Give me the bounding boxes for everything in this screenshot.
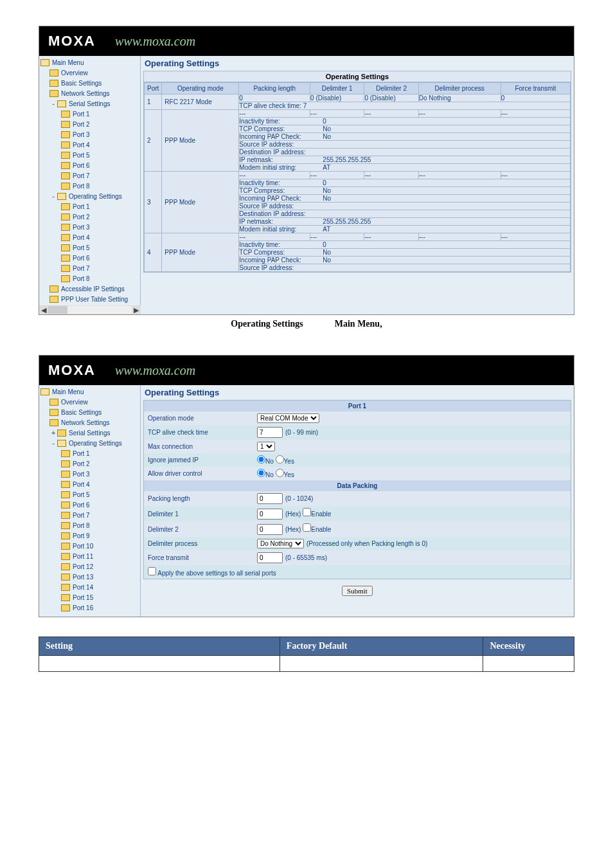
folder-icon	[61, 203, 70, 210]
table-row[interactable]: 3PPP Mode---------------	[145, 172, 571, 179]
apply-all-checkbox[interactable]	[148, 567, 156, 575]
tcp-alive-input[interactable]	[257, 427, 283, 438]
table-row[interactable]: 1RFC 2217 Mode00 (Disable)0 (Disable)Do …	[145, 95, 571, 102]
tree-toggle-icon[interactable]: -	[49, 439, 57, 448]
folder-icon	[61, 213, 70, 221]
nav-item[interactable]: Port 1	[39, 201, 140, 212]
max-conn-select[interactable]: 1	[257, 442, 275, 451]
nav-item[interactable]: Port 2	[39, 458, 140, 469]
packing-length-input[interactable]	[257, 493, 283, 504]
allow-driver-yes-radio[interactable]	[276, 469, 284, 477]
nav-item[interactable]: Port 13	[39, 572, 140, 582]
nav-item[interactable]: Port 8	[39, 273, 140, 284]
tree-toggle-icon[interactable]: -	[49, 192, 57, 201]
delimiter2-label: Delimiter 2	[144, 521, 253, 537]
nav-item[interactable]: Port 3	[39, 469, 140, 479]
nav-item[interactable]: Port 16	[39, 602, 140, 613]
tree-toggle-icon[interactable]: -	[49, 100, 57, 108]
allow-driver-no-radio[interactable]	[257, 469, 265, 477]
operation-mode-select[interactable]: Real COM Mode	[257, 413, 319, 423]
nav-item[interactable]: Port 15	[39, 592, 140, 602]
force-transmit-label: Force transmit	[144, 550, 253, 565]
scroll-left-icon[interactable]: ◀	[39, 306, 48, 314]
nav-item[interactable]: Port 6	[39, 160, 140, 170]
nav-tree: Main MenuOverviewBasic SettingsNetwork S…	[39, 56, 141, 305]
table-row[interactable]: 4PPP Mode---------------	[145, 233, 571, 241]
page-title: Operating Settings	[143, 57, 571, 71]
nav-item[interactable]: Port 4	[39, 140, 140, 150]
nav-item[interactable]: Port 1	[39, 109, 140, 119]
nav-item[interactable]: Port 8	[39, 181, 140, 191]
table-row[interactable]: 2PPP Mode---------------	[145, 110, 571, 118]
nav-item[interactable]: Port 4	[39, 479, 140, 489]
nav-item[interactable]: Port 5	[39, 150, 140, 160]
nav-item[interactable]: Port 4	[39, 232, 140, 242]
nav-item[interactable]: Network Settings	[39, 417, 140, 428]
delimiter2-enable-checkbox[interactable]	[303, 523, 311, 532]
nav-item[interactable]: Main Menu	[39, 57, 140, 68]
nav-item[interactable]: Accessible IP Settings	[39, 284, 140, 294]
logo: MOXA	[48, 33, 96, 50]
nav-item[interactable]: Port 5	[39, 489, 140, 500]
folder-icon	[61, 255, 70, 262]
folder-icon	[61, 481, 70, 488]
folder-icon	[61, 234, 70, 241]
nav-item[interactable]: Port 14	[39, 582, 140, 592]
nav-item[interactable]: Main Menu	[39, 386, 140, 397]
delimiter1-enable-checkbox[interactable]	[303, 508, 311, 516]
nav-item[interactable]: Port 3	[39, 129, 140, 140]
nav-item[interactable]: Port 8	[39, 520, 140, 530]
nav-item[interactable]: Port 10	[39, 541, 140, 551]
nav-item[interactable]: -Operating Settings	[39, 191, 140, 201]
nav-item[interactable]: Port 7	[39, 510, 140, 520]
max-conn-label: Max connection	[144, 440, 253, 453]
ignore-jammed-no-radio[interactable]	[257, 455, 265, 464]
nav-item[interactable]: -Serial Settings	[39, 98, 140, 109]
nav-item[interactable]: Port 11	[39, 551, 140, 561]
nav-item[interactable]: Port 6	[39, 253, 140, 263]
nav-item[interactable]: Basic Settings	[39, 407, 140, 417]
folder-icon	[61, 471, 70, 478]
nav-item[interactable]: Port 7	[39, 170, 140, 181]
nav-item[interactable]: Port 2	[39, 212, 140, 222]
folder-icon	[61, 121, 70, 128]
nav-item[interactable]: Port 9	[39, 530, 140, 541]
column-header: Packing length	[239, 83, 310, 95]
folder-icon	[61, 543, 70, 550]
folder-icon	[61, 574, 70, 581]
delimiter-process-select[interactable]: Do Nothing	[257, 539, 304, 548]
delimiter1-label: Delimiter 1	[144, 506, 253, 521]
col-setting: Setting	[39, 637, 280, 656]
nav-item[interactable]: Basic Settings	[39, 78, 140, 88]
column-header: Operating mode	[162, 83, 239, 95]
nav-item[interactable]: Port 2	[39, 119, 140, 129]
folder-icon	[49, 69, 58, 77]
nav-item[interactable]: Port 5	[39, 242, 140, 253]
nav-item[interactable]: Overview	[39, 397, 140, 407]
data-packing-title: Data Packing	[144, 480, 571, 491]
folder-icon	[40, 388, 49, 395]
nav-item[interactable]: Port 6	[39, 500, 140, 510]
folder-icon	[61, 512, 70, 519]
horizontal-scrollbar[interactable]: ◀ ▶	[39, 305, 141, 314]
nav-item[interactable]: Port 7	[39, 263, 140, 273]
ignore-jammed-yes-radio[interactable]	[276, 455, 284, 464]
delimiter2-input[interactable]	[257, 524, 283, 535]
folder-icon	[49, 80, 58, 87]
nav-item[interactable]: PPP User Table Setting	[39, 294, 140, 304]
column-header: Force transmit	[501, 83, 570, 95]
submit-button[interactable]	[342, 586, 373, 596]
nav-item[interactable]: Network Settings	[39, 88, 140, 98]
nav-item[interactable]: Overview	[39, 68, 140, 78]
nav-item[interactable]: Port 3	[39, 222, 140, 232]
nav-item[interactable]: Port 1	[39, 448, 140, 458]
nav-item[interactable]: +Serial Settings	[39, 428, 140, 438]
delimiter1-input[interactable]	[257, 509, 283, 520]
scroll-right-icon[interactable]: ▶	[132, 306, 141, 314]
tree-toggle-icon[interactable]: +	[49, 429, 57, 437]
folder-icon	[61, 224, 70, 231]
nav-item[interactable]: -Operating Settings	[39, 438, 140, 448]
force-transmit-input[interactable]	[257, 552, 283, 563]
folder-icon	[61, 502, 70, 509]
nav-item[interactable]: Port 12	[39, 561, 140, 572]
